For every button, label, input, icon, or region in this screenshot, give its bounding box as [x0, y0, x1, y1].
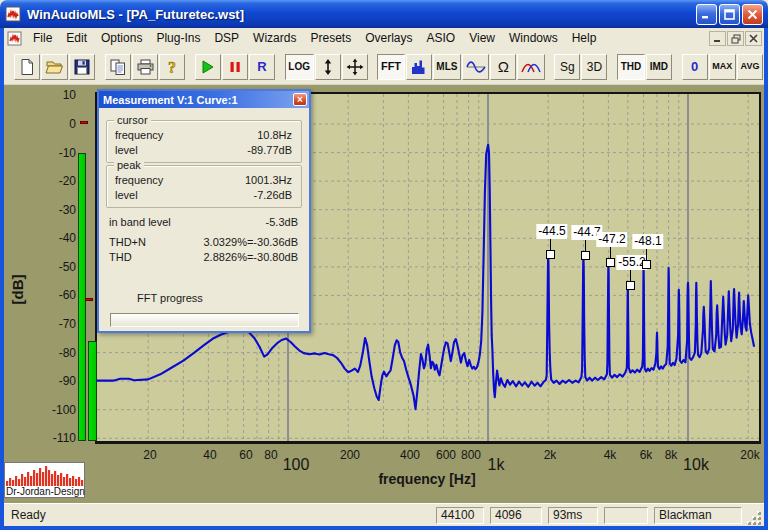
zero-button[interactable]: 0: [682, 54, 708, 80]
title-bar[interactable]: WinAudioMLS - [PA_Futuretec.wst]: [0, 0, 768, 28]
minimize-button[interactable]: [696, 4, 717, 25]
sg-button[interactable]: Sg: [554, 54, 580, 80]
input-level-meter: [78, 153, 86, 441]
x-tick-decade-label: 1k: [488, 456, 505, 474]
vertical-arrows-icon: [321, 58, 335, 76]
stat-label: THD+N: [109, 236, 146, 249]
toolbar-separator: [546, 54, 555, 80]
menu-plug-ins[interactable]: Plug-Ins: [149, 29, 207, 48]
peak-marker-square[interactable]: [626, 281, 635, 290]
menu-dsp[interactable]: DSP: [207, 29, 246, 48]
toolbar-separator: [186, 54, 195, 80]
peak-level: level-7.26dB: [115, 189, 292, 202]
imd-button-label: IMD: [650, 62, 668, 72]
cursor-frequency: frequency10.8Hz: [115, 129, 292, 142]
x-tick-label: 400: [400, 448, 420, 462]
save-button[interactable]: [69, 54, 95, 80]
x-tick-label: 60: [239, 448, 252, 462]
stat-label: in band level: [109, 216, 171, 229]
peak-group-label: peak: [114, 159, 144, 171]
y-tick-label: -110: [32, 431, 76, 445]
maximize-button[interactable]: [719, 4, 740, 25]
document-icon[interactable]: [7, 31, 23, 46]
dr-jordan-design-logo: Dr-Jordan-Design: [4, 462, 85, 498]
print-button[interactable]: [132, 54, 158, 80]
imd-button[interactable]: IMD: [646, 54, 672, 80]
status-field-1: 4096: [490, 507, 542, 524]
menu-file[interactable]: File: [26, 29, 59, 48]
3d-button[interactable]: 3D: [581, 54, 607, 80]
menu-edit[interactable]: Edit: [59, 29, 94, 48]
stat-value: -5.3dB: [266, 216, 298, 229]
overlay-curves-icon: [521, 60, 541, 74]
window-title: WinAudioMLS - [PA_Futuretec.wst]: [27, 7, 694, 22]
toolbar-separator: [608, 54, 617, 80]
vertical-range-button[interactable]: [315, 54, 341, 80]
measurement-panel-close-icon[interactable]: ×: [293, 93, 307, 106]
thd-button[interactable]: THD: [617, 54, 645, 80]
spectrum-bars-icon: [410, 58, 428, 76]
peak-marker-square[interactable]: [581, 251, 590, 260]
help-button[interactable]: ?: [159, 54, 185, 80]
child-close-button[interactable]: [745, 31, 762, 46]
resize-grip[interactable]: [747, 511, 762, 526]
toolbar: ?RLOGFFTMLSΩSg3DTHDIMD0MAXAVG: [4, 49, 764, 85]
fft-button[interactable]: FFT: [377, 54, 404, 80]
avg-button-label: AVG: [741, 62, 760, 71]
child-minimize-button[interactable]: [709, 31, 726, 46]
menu-help[interactable]: Help: [565, 29, 604, 48]
peak-groupbox: peak frequency1001.3Hzlevel-7.26dB: [106, 165, 302, 208]
menu-view[interactable]: View: [462, 29, 502, 48]
status-field-4: Blackman: [654, 507, 742, 524]
peak-marker-square[interactable]: [546, 250, 555, 259]
peak-marker-square[interactable]: [606, 258, 615, 267]
status-field-0: 44100: [436, 507, 484, 524]
new-button[interactable]: [14, 54, 40, 80]
peak-marker-line: [550, 239, 551, 250]
child-restore-button[interactable]: [727, 31, 744, 46]
menu-overlays[interactable]: Overlays: [358, 29, 419, 48]
y-tick-label: -60: [32, 288, 76, 302]
play-button[interactable]: [195, 54, 221, 80]
x-tick-label: 4k: [604, 448, 617, 462]
copy-icon: [109, 58, 127, 76]
mls-button[interactable]: MLS: [433, 54, 461, 80]
measurement-panel[interactable]: Measurement V:1 Curve:1 × cursor frequen…: [97, 89, 311, 333]
measurement-panel-titlebar[interactable]: Measurement V:1 Curve:1 ×: [99, 91, 309, 108]
new-document-icon: [18, 58, 36, 76]
sg-button-label: Sg: [560, 61, 575, 73]
record-button[interactable]: R: [249, 54, 275, 80]
move-arrows-icon: [346, 58, 364, 76]
row-value: 10.8Hz: [257, 129, 292, 142]
row-value: 1001.3Hz: [245, 174, 292, 187]
row-label: frequency: [115, 129, 163, 142]
peak-value-label: -47.2: [596, 232, 627, 247]
row-value: -89.77dB: [247, 144, 292, 157]
menu-wizards[interactable]: Wizards: [246, 29, 303, 48]
menu-windows[interactable]: Windows: [502, 29, 565, 48]
close-button[interactable]: [742, 4, 763, 25]
max-button[interactable]: MAX: [709, 54, 736, 80]
y-tick-label: -100: [32, 403, 76, 417]
x-tick-label: 6k: [640, 448, 653, 462]
menu-options[interactable]: Options: [94, 29, 149, 48]
toolbar-separator: [369, 54, 378, 80]
peak-marker-square[interactable]: [642, 260, 651, 269]
spectrum-button[interactable]: [406, 54, 432, 80]
pause-button[interactable]: [222, 54, 248, 80]
menu-asio[interactable]: ASIO: [419, 29, 462, 48]
menu-presets[interactable]: Presets: [303, 29, 358, 48]
log-scale-button[interactable]: LOG: [285, 54, 314, 80]
copy-button[interactable]: [105, 54, 131, 80]
open-button[interactable]: [41, 54, 68, 80]
y-tick-label: -30: [32, 203, 76, 217]
pan-button[interactable]: [342, 54, 368, 80]
signal-wave-button[interactable]: [462, 54, 489, 80]
overlay-curves-button[interactable]: [517, 54, 544, 80]
avg-button[interactable]: AVG: [737, 54, 763, 80]
thd-button-label: THD: [621, 62, 642, 72]
stat-thd-n: THD+N3.0329%=-30.36dB: [109, 236, 298, 249]
x-tick-label: 40: [203, 448, 216, 462]
impedance-button[interactable]: Ω: [490, 54, 516, 80]
y-tick-label: -50: [32, 260, 76, 274]
